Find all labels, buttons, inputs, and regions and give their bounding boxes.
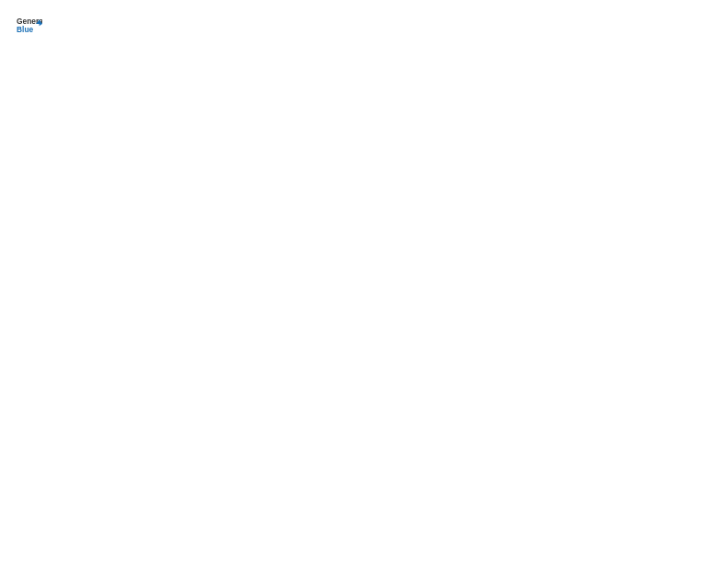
logo-text: General Blue — [15, 15, 42, 44]
svg-text:Blue: Blue — [17, 25, 33, 34]
logo: General Blue — [15, 15, 42, 44]
page-header: General Blue — [15, 15, 713, 44]
